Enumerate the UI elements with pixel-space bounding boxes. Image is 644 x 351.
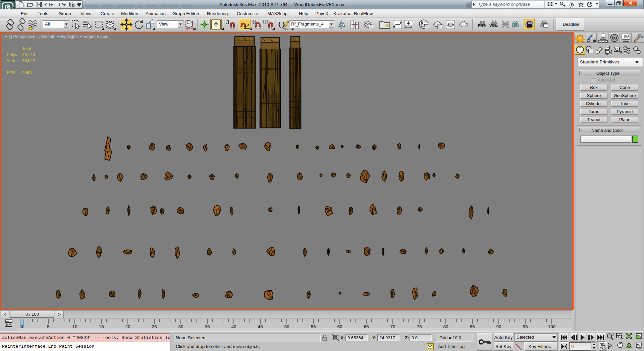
svg-text:UI: UI (512, 22, 517, 28)
svg-text:VOL: VOL (489, 23, 497, 28)
svg-text:PRT: PRT (478, 23, 485, 28)
svg-text:3: 3 (226, 19, 229, 26)
svg-text:ABC: ABC (283, 27, 289, 30)
